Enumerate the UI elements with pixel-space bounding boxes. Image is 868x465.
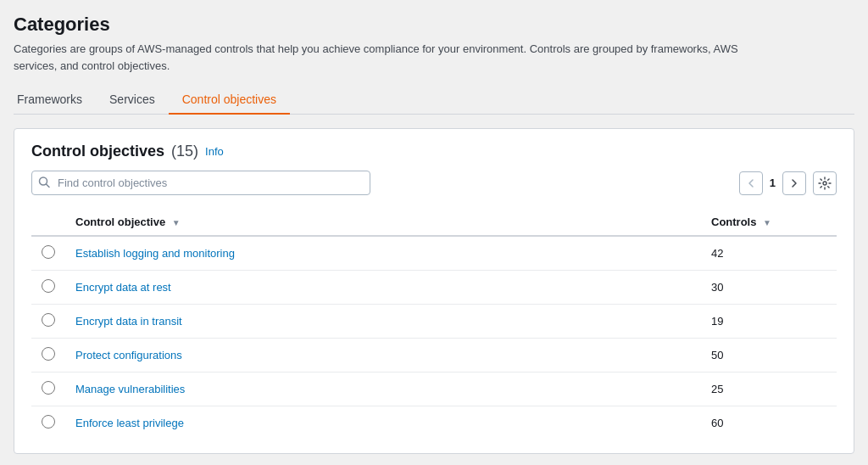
pagination-controls: 1 <box>739 171 837 195</box>
objective-link-3[interactable]: Protect configurations <box>75 349 182 361</box>
row-radio-0[interactable] <box>42 245 55 259</box>
search-row: 1 <box>31 171 837 195</box>
prev-page-button[interactable] <box>739 171 763 195</box>
table-settings-button[interactable] <box>813 171 837 195</box>
panel-count: (15) <box>171 143 198 160</box>
table-row: Establish logging and monitoring 42 <box>31 236 837 271</box>
table-row: Enforce least privilege 60 <box>31 406 837 440</box>
page-header: Categories Categories are groups of AWS-… <box>14 14 854 74</box>
th-controls[interactable]: Controls ▼ <box>701 209 837 236</box>
tab-control-objectives[interactable]: Control objectives <box>169 86 290 115</box>
control-objectives-table: Control objective ▼ Controls ▼ Establish… <box>31 209 837 440</box>
table-row: Encrypt data at rest 30 <box>31 271 837 305</box>
page-number: 1 <box>766 176 779 189</box>
objective-link-0[interactable]: Establish logging and monitoring <box>75 247 235 260</box>
search-wrapper <box>31 171 370 195</box>
table-row: Manage vulnerabilities 25 <box>31 373 837 406</box>
table-row: Encrypt data in transit 19 <box>31 305 837 339</box>
row-controls-cell-2: 19 <box>701 305 837 339</box>
controls-sort-icon: ▼ <box>763 218 771 227</box>
search-input[interactable] <box>31 171 370 195</box>
objective-link-4[interactable]: Manage vulnerabilities <box>75 383 185 395</box>
row-controls-cell-4: 25 <box>701 373 837 406</box>
tabs-bar: Frameworks Services Control objectives <box>14 86 854 115</box>
tab-services[interactable]: Services <box>96 86 169 115</box>
row-objective-cell-1: Encrypt data at rest <box>65 271 701 305</box>
row-radio-cell <box>31 236 65 271</box>
row-objective-cell-5: Enforce least privilege <box>65 406 701 440</box>
row-objective-cell-0: Establish logging and monitoring <box>65 236 701 271</box>
row-radio-cell <box>31 305 65 339</box>
objective-link-2[interactable]: Encrypt data in transit <box>75 315 182 328</box>
row-objective-cell-4: Manage vulnerabilities <box>65 373 701 406</box>
table-row: Protect configurations 50 <box>31 339 837 373</box>
row-radio-cell <box>31 271 65 305</box>
page-wrapper: Categories Categories are groups of AWS-… <box>0 0 868 465</box>
row-controls-cell-0: 42 <box>701 236 837 271</box>
objective-sort-icon: ▼ <box>172 218 181 227</box>
objective-link-5[interactable]: Enforce least privilege <box>75 417 184 429</box>
panel-title: Control objectives <box>31 143 164 160</box>
row-radio-4[interactable] <box>42 381 55 395</box>
row-radio-cell <box>31 373 65 406</box>
tab-frameworks[interactable]: Frameworks <box>14 86 96 115</box>
th-radio <box>31 209 65 236</box>
svg-point-2 <box>823 182 826 185</box>
row-controls-cell-5: 60 <box>701 406 837 440</box>
th-objective[interactable]: Control objective ▼ <box>65 209 701 236</box>
row-radio-cell <box>31 339 65 373</box>
page-description: Categories are groups of AWS-managed con… <box>14 41 776 74</box>
row-radio-1[interactable] <box>42 279 55 293</box>
page-title: Categories <box>14 14 854 36</box>
row-objective-cell-3: Protect configurations <box>65 339 701 373</box>
row-radio-cell <box>31 406 65 440</box>
row-radio-2[interactable] <box>42 313 55 327</box>
row-controls-cell-1: 30 <box>701 271 837 305</box>
row-objective-cell-2: Encrypt data in transit <box>65 305 701 339</box>
row-controls-cell-3: 50 <box>701 339 837 373</box>
row-radio-5[interactable] <box>42 415 55 429</box>
row-radio-3[interactable] <box>42 347 55 361</box>
table-header-row: Control objective ▼ Controls ▼ <box>31 209 837 236</box>
main-panel: Control objectives (15) Info <box>14 128 854 454</box>
content-area: Control objectives (15) Info <box>14 115 854 465</box>
objective-link-1[interactable]: Encrypt data at rest <box>75 281 171 294</box>
panel-header: Control objectives (15) Info <box>31 143 837 160</box>
next-page-button[interactable] <box>782 171 806 195</box>
info-link[interactable]: Info <box>205 145 224 158</box>
